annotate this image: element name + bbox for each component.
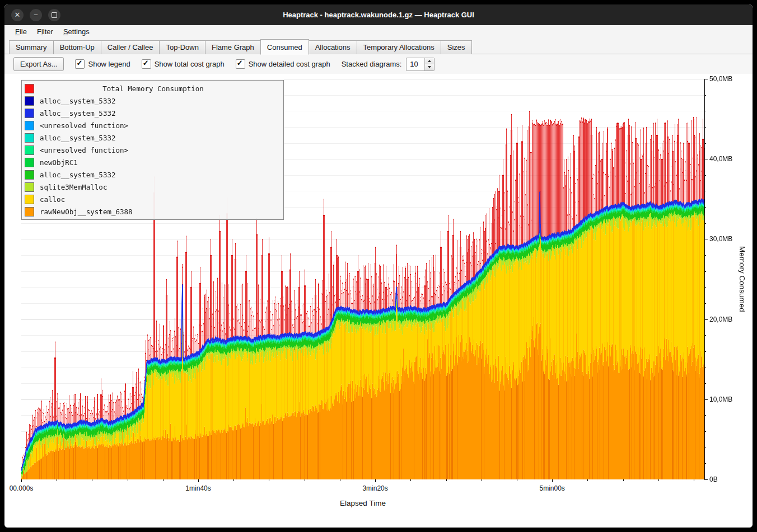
minimize-icon: − (34, 11, 38, 18)
checkbox-label: Show legend (88, 60, 130, 68)
checkbox-label: Show detailed cost graph (249, 60, 330, 68)
toolbar-checkboxes: Show legendShow total cost graphShow det… (75, 59, 330, 69)
legend-title: Total Memory Consumption (40, 84, 281, 93)
legend-swatch (25, 195, 34, 204)
legend-entry: calloc (22, 193, 283, 205)
stacked-diagrams-spinbox[interactable]: 10 (406, 58, 434, 71)
checkbox-show-legend[interactable]: Show legend (75, 59, 130, 69)
close-button[interactable]: ✕ (11, 9, 24, 21)
checkbox-icon[interactable] (142, 59, 151, 69)
legend-entry: alloc__system_5332 (22, 95, 283, 107)
app-window: ✕ − Heaptrack - heaptrack.wakunode.1.gz … (0, 0, 757, 532)
legend-entry: newObjRC1 (22, 156, 283, 168)
legend-entry-label: alloc__system_5332 (40, 109, 115, 117)
legend-entry-label: sqlite3MemMalloc (40, 183, 107, 191)
legend-entry-label: <unresolved function> (40, 121, 128, 130)
tabbar: SummaryBottom-UpCaller / CalleeTop-DownF… (4, 38, 753, 54)
stacked-diagrams-label: Stacked diagrams: (342, 60, 402, 68)
legend-swatch (25, 145, 34, 155)
window-content: ✕ − Heaptrack - heaptrack.wakunode.1.gz … (4, 4, 753, 528)
export-as-button[interactable]: Export As... (13, 57, 64, 71)
close-icon: ✕ (15, 11, 21, 18)
legend-entry-label: alloc__system_5332 (40, 171, 115, 179)
maximize-icon (52, 12, 57, 18)
legend-swatch (25, 133, 34, 143)
spin-buttons (424, 58, 434, 70)
legend-swatch (25, 109, 34, 118)
legend-title-row: Total Memory Consumption (22, 82, 283, 95)
checkbox-show-detailed-cost-graph[interactable]: Show detailed cost graph (236, 59, 330, 69)
legend-entry-label: rawNewObj__system_6388 (40, 208, 133, 216)
menubar: FileFilterSettings (4, 25, 753, 38)
legend-entry: <unresolved function> (22, 119, 283, 131)
tab-bottom-up[interactable]: Bottom-Up (53, 40, 101, 54)
legend-entry: <unresolved function> (22, 144, 283, 156)
checkbox-icon[interactable] (75, 59, 85, 69)
legend-entry: alloc__system_5332 (22, 168, 283, 181)
legend-swatch (25, 170, 34, 180)
arrow-up-icon (428, 60, 431, 62)
legend-swatch (25, 158, 34, 167)
x-tick-label: 3min20s (362, 484, 387, 492)
legend-swatch (25, 207, 34, 216)
tab-temporary-allocations[interactable]: Temporary Allocations (357, 40, 441, 54)
x-axis-title: Elapsed Time (21, 499, 704, 507)
y-tick-label: 50,0MB (709, 75, 732, 83)
y-tick-label: 10,0MB (709, 396, 732, 403)
legend-entry: sqlite3MemMalloc (22, 181, 283, 193)
legend-entry-label: alloc__system_5332 (40, 134, 115, 142)
x-tick-label: 5min00s (539, 484, 564, 492)
stacked-diagrams-value[interactable]: 10 (406, 58, 424, 70)
spin-up-button[interactable] (425, 58, 434, 64)
checkbox-label: Show total cost graph (155, 60, 225, 68)
menu-filter[interactable]: Filter (32, 26, 58, 37)
window-buttons: ✕ − (11, 4, 60, 25)
minimize-button[interactable]: − (30, 9, 42, 21)
legend-swatch (25, 84, 34, 93)
y-axis-title: Memory Consumed (736, 79, 748, 479)
legend-swatch (25, 182, 34, 192)
tab-consumed[interactable]: Consumed (260, 39, 309, 55)
toolbar: Export As... Show legendShow total cost … (4, 54, 753, 74)
legend-entry-label: alloc__system_5332 (40, 97, 115, 105)
tab-list: SummaryBottom-UpCaller / CalleeTop-DownF… (9, 39, 471, 54)
legend-entry: alloc__system_5332 (22, 131, 283, 144)
legend-entry-label: <unresolved function> (40, 146, 128, 154)
maximize-button[interactable] (48, 9, 60, 21)
menu-settings[interactable]: Settings (58, 26, 95, 37)
legend-swatch (25, 121, 34, 130)
menu-file[interactable]: File (10, 26, 32, 37)
legend-entry: rawNewObj__system_6388 (22, 205, 283, 218)
legend-entry: alloc__system_5332 (22, 107, 283, 119)
tab-caller-callee[interactable]: Caller / Callee (101, 40, 160, 54)
y-tick-label: 40,0MB (709, 155, 732, 163)
arrow-down-icon (428, 66, 431, 68)
y-tick-label: 20,0MB (709, 316, 732, 323)
checkbox-icon[interactable] (236, 59, 245, 69)
x-tick-label: 1min40s (185, 484, 211, 492)
tab-allocations[interactable]: Allocations (309, 40, 357, 54)
window-title: Heaptrack - heaptrack.wakunode.1.gz — He… (283, 11, 474, 19)
checkbox-show-total-cost-graph[interactable]: Show total cost graph (142, 59, 225, 69)
tab-summary[interactable]: Summary (9, 40, 54, 54)
tab-sizes[interactable]: Sizes (441, 40, 472, 54)
legend-entry-label: calloc (40, 195, 65, 204)
legend-swatch (25, 96, 34, 106)
x-tick-label: 00.000s (10, 484, 34, 492)
y-tick-label: 30,0MB (709, 235, 732, 243)
titlebar: ✕ − Heaptrack - heaptrack.wakunode.1.gz … (4, 4, 753, 25)
y-tick-label: 0B (709, 475, 718, 483)
chart-legend: Total Memory Consumptionalloc__system_53… (21, 80, 284, 220)
legend-entry-label: newObjRC1 (40, 158, 78, 167)
spin-down-button[interactable] (425, 64, 434, 70)
tab-top-down[interactable]: Top-Down (159, 40, 205, 54)
tab-flame-graph[interactable]: Flame Graph (205, 40, 261, 54)
